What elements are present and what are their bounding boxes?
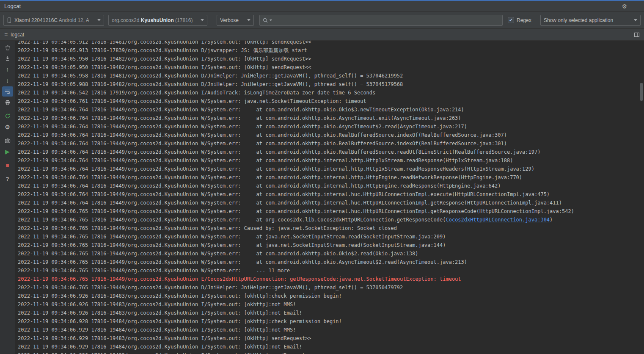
log-line: 2022-11-19 09:34:06.764 17816-19449/org.… — [18, 190, 644, 199]
up-stack-trace-button[interactable]: ↑ — [2, 64, 13, 75]
help-button[interactable]: ? — [2, 174, 13, 184]
log-line: 2022-11-19 09:34:06.765 17816-19449/org.… — [18, 283, 644, 292]
log-line: 2022-11-19 09:34:05.950 17816-19482/org.… — [18, 63, 644, 72]
logcat-tool-window: Logcat ⚙ — Xiaomi 22041216C Android 12, … — [0, 0, 644, 354]
logcat-main-area: ↑ ↓ — [0, 41, 644, 354]
editor-layout-icon[interactable] — [634, 32, 640, 38]
play-icon: ▶ — [5, 149, 10, 155]
log-line: 2022-11-19 09:34:06.765 17816-19449/org.… — [18, 241, 644, 249]
log-line: 2022-11-19 09:34:06.926 17816-19483/org.… — [18, 300, 644, 309]
logcat-action-gutter: ↑ ↓ — [0, 41, 15, 354]
application-filter-value: Show only selected application — [544, 17, 613, 23]
stacktrace-link[interactable]: Cocos2dxHttpURLConnection.java:304 — [446, 217, 550, 223]
chevron-down-icon — [634, 19, 637, 21]
log-level-selector[interactable]: Verbose — [217, 15, 254, 26]
log-line: 2022-11-19 09:34:06.764 17816-19449/org.… — [18, 114, 644, 122]
search-input[interactable] — [275, 17, 500, 23]
arrow-up-icon: ↑ — [6, 66, 9, 72]
log-line: 2022-11-19 09:34:05.988 17816-19482/org.… — [18, 80, 644, 88]
tab-logcat[interactable]: ≡ logcat — [4, 31, 24, 38]
screen-record-button[interactable]: ▶ — [2, 147, 13, 157]
log-line: 2022-11-19 09:34:06.764 17816-19449/org.… — [18, 139, 644, 148]
screen-capture-button[interactable] — [2, 136, 13, 146]
tool-window-titlebar: Logcat ⚙ — — [0, 1, 644, 12]
regex-checkbox[interactable]: ✔ — [508, 17, 514, 23]
log-line: 2022-11-19 09:34:06.542 17816-17919/org.… — [18, 88, 644, 97]
device-selector[interactable]: Xiaomi 22041216C Android 12, A — [3, 15, 104, 26]
log-line: 2022-11-19 09:34:06.765 17816-19449/org.… — [18, 249, 644, 258]
log-line: 2022-11-19 09:34:06.929 17816-19483/org.… — [18, 334, 644, 343]
soft-wrap-toggle[interactable] — [2, 86, 13, 97]
log-line: 2022-11-19 09:34:06.765 17816-19449/org.… — [18, 224, 644, 232]
log-line: 2022-11-19 09:34:06.928 17816-19484/org.… — [18, 317, 644, 326]
stop-button[interactable]: ■ — [2, 160, 13, 170]
logcat-tab-row: ≡ logcat — [0, 29, 644, 41]
log-line: 2022-11-19 09:34:06.764 17816-19449/org.… — [18, 182, 644, 190]
scroll-to-end-button[interactable] — [2, 53, 13, 64]
titlebar-actions: ⚙ — — [622, 3, 640, 9]
vertical-scrollbar-thumb[interactable] — [640, 83, 643, 101]
tab-label: logcat — [11, 32, 24, 38]
process-package-prefix: org.cocos2d. — [112, 17, 141, 23]
chevron-down-icon — [247, 19, 250, 21]
process-name: KyushuUnion — [141, 17, 174, 23]
log-line: 2022-11-19 09:34:06.761 17816-19449/org.… — [18, 97, 644, 105]
log-output-viewport[interactable]: 2022-11-19 09:34:05.912 17816-19481/org.… — [15, 41, 644, 354]
log-line: 2022-11-19 09:34:06.764 17816-19449/org.… — [18, 199, 644, 207]
logcat-toolbar: Xiaomi 22041216C Android 12, A org.cocos… — [0, 12, 644, 29]
scroll-to-end-icon — [5, 55, 11, 61]
window-title: Logcat — [4, 3, 21, 9]
log-line: 2022-11-19 09:34:06.765 17816-19449/org.… — [18, 232, 644, 241]
device-name: Xiaomi 22041216C — [14, 17, 58, 23]
log-line: 2022-11-19 09:34:06.930 17816-19483/org.… — [18, 351, 644, 354]
log-list: 2022-11-19 09:34:05.912 17816-19481/org.… — [15, 41, 644, 354]
restart-icon — [5, 113, 11, 119]
search-history-chevron-icon[interactable] — [270, 19, 272, 21]
process-selector[interactable]: org.cocos2d.KyushuUnion (17816) — [108, 15, 207, 26]
hide-minimize-icon[interactable]: — — [634, 3, 640, 9]
down-stack-trace-button[interactable]: ↓ — [2, 75, 13, 86]
log-line: 2022-11-19 09:34:06.926 17816-19483/org.… — [18, 292, 644, 300]
help-icon: ? — [6, 176, 9, 182]
log-line: 2022-11-19 09:34:05.913 17816-17839/org.… — [18, 46, 644, 55]
camera-icon — [5, 138, 11, 144]
arrow-down-icon: ↓ — [6, 77, 9, 83]
log-line: 2022-11-19 09:34:06.764 17816-19449/org.… — [18, 173, 644, 182]
application-filter-selector[interactable]: Show only selected application — [540, 15, 641, 26]
search-icon — [262, 17, 268, 23]
trash-icon — [5, 44, 11, 50]
regex-option: ✔ Regex — [508, 17, 531, 23]
log-line: 2022-11-19 09:34:06.929 17816-19484/org.… — [18, 343, 644, 351]
print-button[interactable] — [2, 97, 13, 108]
log-line: 2022-11-19 09:34:06.765 17816-19449/org.… — [18, 207, 644, 216]
regex-label: Regex — [517, 17, 531, 23]
log-line: 2022-11-19 09:34:06.765 17816-19449/org.… — [18, 266, 644, 275]
restart-logcat-button[interactable] — [2, 111, 13, 121]
tab-menu-icon: ≡ — [4, 31, 8, 38]
log-line: 2022-11-19 09:34:06.765 17816-19449/org.… — [18, 258, 644, 266]
log-line: 2022-11-19 09:34:05.958 17816-19481/org.… — [18, 72, 644, 80]
log-level-value: Verbose — [220, 17, 239, 23]
process-pid: (17816) — [175, 17, 193, 23]
log-line: 2022-11-19 09:34:06.764 17816-19449/org.… — [18, 131, 644, 139]
gear-icon: ⚙ — [5, 124, 10, 130]
settings-gear-icon[interactable]: ⚙ — [622, 3, 627, 9]
device-os: Android 12, A — [59, 17, 89, 23]
log-line: 2022-11-19 09:34:06.929 17816-19484/org.… — [18, 326, 644, 334]
log-line: 2022-11-19 09:34:05.950 17816-19482/org.… — [18, 55, 644, 63]
phone-icon — [7, 17, 12, 23]
printer-icon — [5, 100, 11, 105]
log-line: 2022-11-19 09:34:06.926 17816-19483/org.… — [18, 309, 644, 317]
log-search-box[interactable] — [259, 15, 503, 26]
chevron-down-icon — [201, 19, 204, 21]
soft-wrap-icon — [4, 88, 11, 94]
log-line: 2022-11-19 09:34:06.765 17816-19449/org.… — [18, 275, 644, 283]
log-line: 2022-11-19 09:34:06.764 17816-19449/org.… — [18, 156, 644, 165]
logcat-settings-button[interactable]: ⚙ — [2, 122, 13, 132]
log-line: 2022-11-19 09:34:06.764 17816-19449/org.… — [18, 148, 644, 156]
log-line: 2022-11-19 09:34:06.764 17816-19449/org.… — [18, 105, 644, 114]
log-line: 2022-11-19 09:34:06.764 17816-19449/org.… — [18, 165, 644, 173]
chevron-down-icon — [97, 19, 101, 21]
stop-square-icon: ■ — [6, 162, 9, 168]
clear-logcat-button[interactable] — [2, 42, 13, 53]
